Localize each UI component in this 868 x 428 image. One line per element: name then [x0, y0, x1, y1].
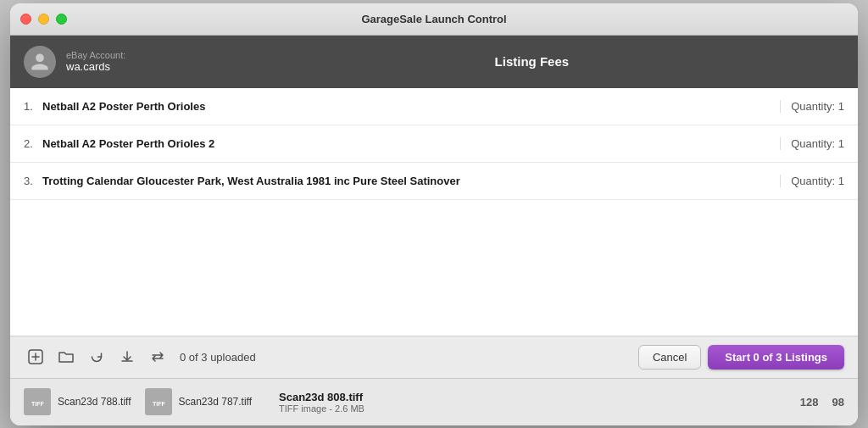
- transfer-button[interactable]: [146, 345, 170, 369]
- listing-quantity: Quantity: 1: [780, 137, 844, 150]
- listing-title: Netball A2 Poster Perth Orioles 2: [42, 137, 770, 150]
- upload-status: 0 of 3 uploaded: [180, 351, 632, 364]
- section-title: Listing Fees: [304, 54, 760, 69]
- window-title: GarageSale Launch Control: [361, 13, 506, 25]
- file-icon: TIFF: [145, 388, 172, 415]
- filename: Scan23d 787.tiff: [179, 396, 253, 408]
- add-icon: [28, 349, 43, 364]
- user-icon: [30, 52, 50, 72]
- add-button[interactable]: [24, 345, 47, 369]
- tiff-file-icon-2: TIFF: [150, 392, 167, 412]
- title-bar: GarageSale Launch Control: [10, 3, 858, 36]
- finder-main-title: Scan23d 808.tiff: [279, 391, 773, 403]
- download-button[interactable]: [115, 345, 139, 369]
- empty-space: [10, 200, 858, 336]
- svg-text:TIFF: TIFF: [31, 401, 44, 407]
- listing-quantity: Quantity: 1: [780, 100, 844, 113]
- close-button[interactable]: [20, 14, 31, 25]
- refresh-icon: [89, 349, 104, 364]
- refresh-button[interactable]: [85, 345, 108, 369]
- listing-title: Trotting Calendar Gloucester Park, West …: [42, 175, 770, 187]
- filename: Scan23d 788.tiff: [58, 396, 131, 408]
- listing-table: 1. Netball A2 Poster Perth Orioles Quant…: [10, 88, 858, 336]
- header-bar: eBay Account: wa.cards Listing Fees: [10, 36, 858, 88]
- tiff-file-icon: TIFF: [29, 392, 46, 412]
- finder-main-info: Scan23d 808.tiff TIFF image - 2.6 MB: [265, 391, 787, 414]
- cancel-button[interactable]: Cancel: [638, 345, 701, 370]
- folder-button[interactable]: [54, 345, 78, 369]
- account-info: eBay Account: wa.cards: [66, 50, 294, 73]
- avatar: [24, 46, 56, 78]
- account-name: wa.cards: [66, 60, 294, 73]
- svg-text:TIFF: TIFF: [153, 401, 165, 407]
- listing-number: 2.: [24, 137, 42, 150]
- finder-badge-2: 98: [832, 396, 844, 409]
- list-item: TIFF Scan23d 787.tiff: [145, 388, 253, 415]
- folder-icon: [58, 350, 74, 364]
- minimize-button[interactable]: [38, 14, 49, 25]
- traffic-lights: [20, 14, 67, 25]
- listing-quantity: Quantity: 1: [780, 175, 844, 187]
- list-item: TIFF Scan23d 788.tiff: [24, 388, 131, 415]
- listing-number: 3.: [24, 175, 42, 187]
- table-row: 1. Netball A2 Poster Perth Orioles Quant…: [10, 88, 858, 125]
- download-icon: [120, 349, 135, 364]
- file-icon: TIFF: [24, 388, 51, 415]
- maximize-button[interactable]: [56, 14, 67, 25]
- transfer-icon: [150, 349, 165, 364]
- footer-toolbar: 0 of 3 uploaded Cancel Start 0 of 3 List…: [10, 336, 858, 378]
- finder-badge-1: 128: [800, 396, 819, 409]
- listing-title: Netball A2 Poster Perth Orioles: [42, 100, 770, 113]
- table-row: 3. Trotting Calendar Gloucester Park, We…: [10, 163, 858, 200]
- account-label: eBay Account:: [66, 50, 294, 60]
- finder-strip: TIFF Scan23d 788.tiff TIFF Scan23d 787.t…: [10, 378, 858, 425]
- finder-main-subtitle: TIFF image - 2.6 MB: [279, 403, 773, 414]
- start-listings-button[interactable]: Start 0 of 3 Listings: [708, 345, 844, 370]
- table-row: 2. Netball A2 Poster Perth Orioles 2 Qua…: [10, 125, 858, 163]
- listing-number: 1.: [24, 100, 42, 113]
- main-window: GarageSale Launch Control eBay Account: …: [10, 3, 858, 425]
